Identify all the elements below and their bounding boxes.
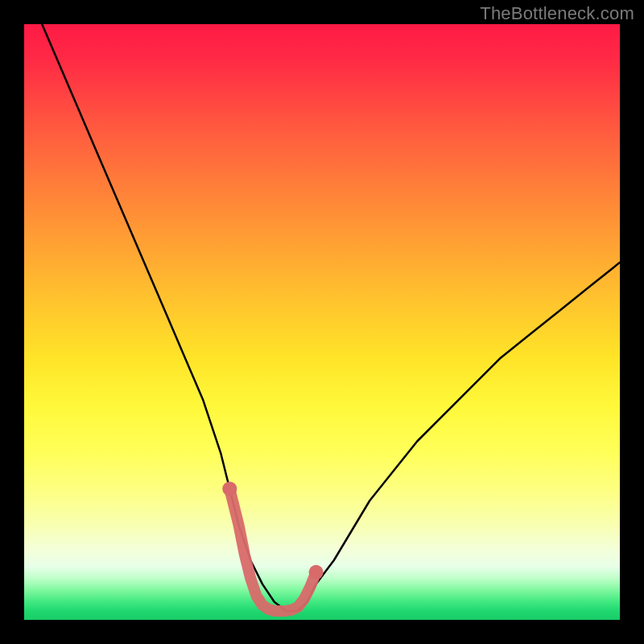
bottleneck-chart	[24, 24, 620, 620]
highlight-endpoint	[222, 481, 237, 496]
curve-path	[42, 24, 620, 611]
plot-area	[24, 24, 620, 620]
chart-frame: TheBottleneck.com	[0, 0, 644, 644]
watermark-text: TheBottleneck.com	[480, 3, 634, 24]
highlight-range	[229, 489, 316, 611]
highlight-endpoint	[309, 565, 324, 580]
